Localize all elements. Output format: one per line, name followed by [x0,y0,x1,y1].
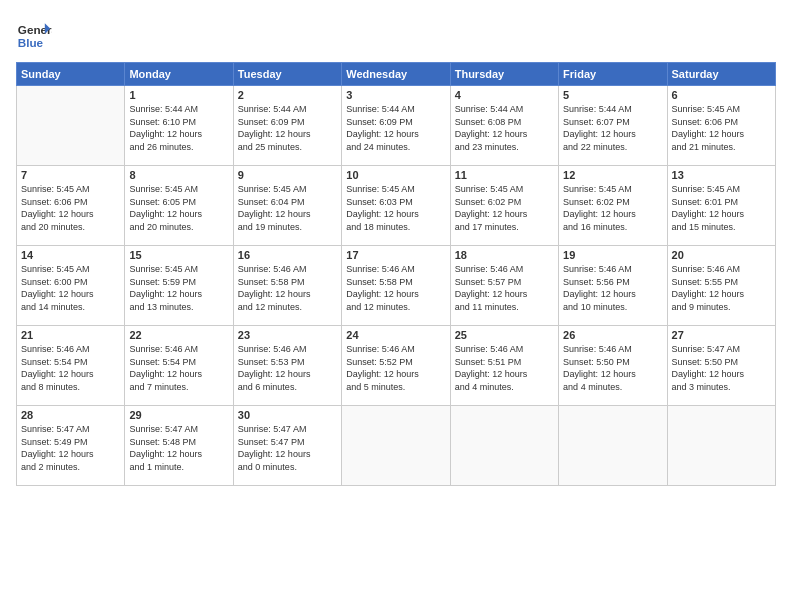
day-info: Sunrise: 5:45 AM Sunset: 6:03 PM Dayligh… [346,183,445,233]
weekday-header-friday: Friday [559,63,667,86]
day-number: 22 [129,329,228,341]
day-info: Sunrise: 5:47 AM Sunset: 5:47 PM Dayligh… [238,423,337,473]
calendar-cell: 6Sunrise: 5:45 AM Sunset: 6:06 PM Daylig… [667,86,775,166]
day-info: Sunrise: 5:44 AM Sunset: 6:09 PM Dayligh… [346,103,445,153]
day-info: Sunrise: 5:46 AM Sunset: 5:58 PM Dayligh… [346,263,445,313]
calendar-cell: 4Sunrise: 5:44 AM Sunset: 6:08 PM Daylig… [450,86,558,166]
weekday-header-wednesday: Wednesday [342,63,450,86]
day-info: Sunrise: 5:46 AM Sunset: 5:50 PM Dayligh… [563,343,662,393]
day-number: 21 [21,329,120,341]
calendar-cell: 17Sunrise: 5:46 AM Sunset: 5:58 PM Dayli… [342,246,450,326]
day-info: Sunrise: 5:45 AM Sunset: 6:06 PM Dayligh… [672,103,771,153]
weekday-header-saturday: Saturday [667,63,775,86]
calendar-cell [450,406,558,486]
day-number: 8 [129,169,228,181]
day-info: Sunrise: 5:46 AM Sunset: 5:54 PM Dayligh… [21,343,120,393]
day-number: 17 [346,249,445,261]
day-info: Sunrise: 5:46 AM Sunset: 5:52 PM Dayligh… [346,343,445,393]
calendar-week-3: 14Sunrise: 5:45 AM Sunset: 6:00 PM Dayli… [17,246,776,326]
calendar-cell: 5Sunrise: 5:44 AM Sunset: 6:07 PM Daylig… [559,86,667,166]
calendar-cell: 29Sunrise: 5:47 AM Sunset: 5:48 PM Dayli… [125,406,233,486]
calendar-cell [559,406,667,486]
page: General Blue SundayMondayTuesdayWednesda… [0,0,792,612]
day-number: 9 [238,169,337,181]
day-info: Sunrise: 5:44 AM Sunset: 6:07 PM Dayligh… [563,103,662,153]
day-number: 2 [238,89,337,101]
day-number: 27 [672,329,771,341]
day-number: 6 [672,89,771,101]
calendar-cell: 10Sunrise: 5:45 AM Sunset: 6:03 PM Dayli… [342,166,450,246]
day-number: 30 [238,409,337,421]
day-number: 18 [455,249,554,261]
calendar-cell: 26Sunrise: 5:46 AM Sunset: 5:50 PM Dayli… [559,326,667,406]
logo: General Blue [16,16,52,52]
day-number: 14 [21,249,120,261]
day-number: 11 [455,169,554,181]
calendar-cell: 22Sunrise: 5:46 AM Sunset: 5:54 PM Dayli… [125,326,233,406]
day-info: Sunrise: 5:45 AM Sunset: 6:02 PM Dayligh… [563,183,662,233]
day-number: 12 [563,169,662,181]
calendar-cell: 9Sunrise: 5:45 AM Sunset: 6:04 PM Daylig… [233,166,341,246]
day-info: Sunrise: 5:46 AM Sunset: 5:56 PM Dayligh… [563,263,662,313]
day-number: 23 [238,329,337,341]
day-number: 16 [238,249,337,261]
day-info: Sunrise: 5:45 AM Sunset: 6:01 PM Dayligh… [672,183,771,233]
weekday-header-monday: Monday [125,63,233,86]
calendar-cell: 28Sunrise: 5:47 AM Sunset: 5:49 PM Dayli… [17,406,125,486]
day-number: 1 [129,89,228,101]
weekday-header-tuesday: Tuesday [233,63,341,86]
day-info: Sunrise: 5:46 AM Sunset: 5:57 PM Dayligh… [455,263,554,313]
calendar-cell: 14Sunrise: 5:45 AM Sunset: 6:00 PM Dayli… [17,246,125,326]
day-info: Sunrise: 5:47 AM Sunset: 5:50 PM Dayligh… [672,343,771,393]
day-number: 10 [346,169,445,181]
day-info: Sunrise: 5:45 AM Sunset: 6:04 PM Dayligh… [238,183,337,233]
day-info: Sunrise: 5:47 AM Sunset: 5:48 PM Dayligh… [129,423,228,473]
calendar-cell: 18Sunrise: 5:46 AM Sunset: 5:57 PM Dayli… [450,246,558,326]
day-info: Sunrise: 5:44 AM Sunset: 6:08 PM Dayligh… [455,103,554,153]
calendar-cell: 13Sunrise: 5:45 AM Sunset: 6:01 PM Dayli… [667,166,775,246]
day-info: Sunrise: 5:46 AM Sunset: 5:55 PM Dayligh… [672,263,771,313]
day-info: Sunrise: 5:44 AM Sunset: 6:09 PM Dayligh… [238,103,337,153]
calendar-cell: 11Sunrise: 5:45 AM Sunset: 6:02 PM Dayli… [450,166,558,246]
day-number: 29 [129,409,228,421]
calendar-cell [667,406,775,486]
calendar-cell: 24Sunrise: 5:46 AM Sunset: 5:52 PM Dayli… [342,326,450,406]
weekday-header-row: SundayMondayTuesdayWednesdayThursdayFrid… [17,63,776,86]
day-number: 25 [455,329,554,341]
day-number: 15 [129,249,228,261]
day-number: 3 [346,89,445,101]
calendar-cell: 20Sunrise: 5:46 AM Sunset: 5:55 PM Dayli… [667,246,775,326]
day-info: Sunrise: 5:46 AM Sunset: 5:54 PM Dayligh… [129,343,228,393]
calendar-week-1: 1Sunrise: 5:44 AM Sunset: 6:10 PM Daylig… [17,86,776,166]
day-info: Sunrise: 5:44 AM Sunset: 6:10 PM Dayligh… [129,103,228,153]
day-number: 26 [563,329,662,341]
svg-text:Blue: Blue [18,36,44,49]
calendar-cell: 21Sunrise: 5:46 AM Sunset: 5:54 PM Dayli… [17,326,125,406]
day-info: Sunrise: 5:45 AM Sunset: 5:59 PM Dayligh… [129,263,228,313]
day-number: 28 [21,409,120,421]
day-info: Sunrise: 5:45 AM Sunset: 6:05 PM Dayligh… [129,183,228,233]
logo-icon: General Blue [16,16,52,52]
day-number: 5 [563,89,662,101]
day-number: 4 [455,89,554,101]
calendar-cell [342,406,450,486]
calendar-cell: 25Sunrise: 5:46 AM Sunset: 5:51 PM Dayli… [450,326,558,406]
calendar-cell: 27Sunrise: 5:47 AM Sunset: 5:50 PM Dayli… [667,326,775,406]
calendar-cell: 12Sunrise: 5:45 AM Sunset: 6:02 PM Dayli… [559,166,667,246]
calendar-cell: 16Sunrise: 5:46 AM Sunset: 5:58 PM Dayli… [233,246,341,326]
calendar-cell [17,86,125,166]
calendar-cell: 1Sunrise: 5:44 AM Sunset: 6:10 PM Daylig… [125,86,233,166]
day-info: Sunrise: 5:45 AM Sunset: 6:02 PM Dayligh… [455,183,554,233]
calendar-cell: 3Sunrise: 5:44 AM Sunset: 6:09 PM Daylig… [342,86,450,166]
calendar-table: SundayMondayTuesdayWednesdayThursdayFrid… [16,62,776,486]
calendar-cell: 2Sunrise: 5:44 AM Sunset: 6:09 PM Daylig… [233,86,341,166]
calendar-cell: 23Sunrise: 5:46 AM Sunset: 5:53 PM Dayli… [233,326,341,406]
day-number: 20 [672,249,771,261]
day-info: Sunrise: 5:45 AM Sunset: 6:06 PM Dayligh… [21,183,120,233]
day-info: Sunrise: 5:46 AM Sunset: 5:53 PM Dayligh… [238,343,337,393]
day-info: Sunrise: 5:47 AM Sunset: 5:49 PM Dayligh… [21,423,120,473]
calendar-week-2: 7Sunrise: 5:45 AM Sunset: 6:06 PM Daylig… [17,166,776,246]
calendar-cell: 30Sunrise: 5:47 AM Sunset: 5:47 PM Dayli… [233,406,341,486]
calendar-cell: 8Sunrise: 5:45 AM Sunset: 6:05 PM Daylig… [125,166,233,246]
weekday-header-sunday: Sunday [17,63,125,86]
